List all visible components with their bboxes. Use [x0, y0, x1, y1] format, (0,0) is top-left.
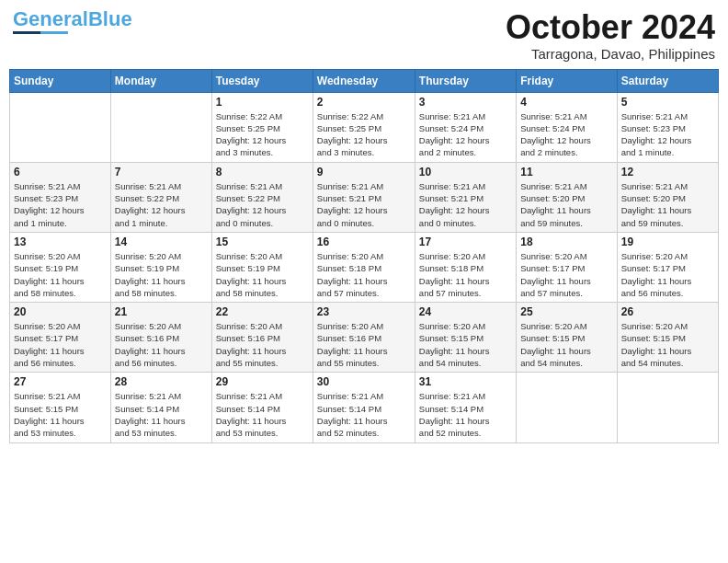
day-number: 23 — [317, 305, 411, 318]
calendar-cell: 7Sunrise: 5:21 AM Sunset: 5:22 PM Daylig… — [110, 162, 211, 232]
cell-info: Sunrise: 5:20 AM Sunset: 5:19 PM Dayligh… — [115, 250, 208, 299]
cell-info: Sunrise: 5:20 AM Sunset: 5:15 PM Dayligh… — [520, 320, 612, 369]
cell-info: Sunrise: 5:21 AM Sunset: 5:23 PM Dayligh… — [14, 180, 107, 229]
calendar-cell: 15Sunrise: 5:20 AM Sunset: 5:19 PM Dayli… — [211, 232, 313, 302]
day-number: 13 — [14, 236, 107, 248]
cell-info: Sunrise: 5:21 AM Sunset: 5:21 PM Dayligh… — [419, 180, 512, 229]
day-number: 6 — [14, 166, 107, 178]
calendar-cell: 16Sunrise: 5:20 AM Sunset: 5:18 PM Dayli… — [313, 232, 415, 302]
cell-info: Sunrise: 5:21 AM Sunset: 5:14 PM Dayligh… — [317, 390, 411, 439]
calendar-cell: 4Sunrise: 5:21 AM Sunset: 5:24 PM Daylig… — [517, 92, 617, 162]
calendar-cell: 23Sunrise: 5:20 AM Sunset: 5:16 PM Dayli… — [313, 303, 415, 373]
logo-underline — [13, 31, 68, 34]
calendar-header-friday: Friday — [517, 69, 617, 92]
day-number: 29 — [216, 375, 309, 388]
calendar-cell: 9Sunrise: 5:21 AM Sunset: 5:21 PM Daylig… — [313, 162, 415, 232]
day-number: 18 — [520, 236, 612, 248]
calendar-cell — [110, 92, 211, 162]
calendar-week-row: 13Sunrise: 5:20 AM Sunset: 5:19 PM Dayli… — [10, 232, 719, 302]
day-number: 12 — [621, 166, 714, 178]
day-number: 19 — [621, 236, 714, 248]
cell-info: Sunrise: 5:21 AM Sunset: 5:22 PM Dayligh… — [216, 180, 309, 229]
calendar-cell: 24Sunrise: 5:20 AM Sunset: 5:15 PM Dayli… — [415, 303, 516, 373]
calendar-header-row: SundayMondayTuesdayWednesdayThursdayFrid… — [10, 69, 719, 92]
day-number: 10 — [419, 166, 512, 178]
calendar-week-row: 27Sunrise: 5:21 AM Sunset: 5:15 PM Dayli… — [10, 373, 719, 442]
day-number: 31 — [419, 375, 512, 388]
calendar-cell: 6Sunrise: 5:21 AM Sunset: 5:23 PM Daylig… — [10, 162, 111, 232]
cell-info: Sunrise: 5:20 AM Sunset: 5:15 PM Dayligh… — [621, 320, 714, 369]
calendar-cell: 1Sunrise: 5:22 AM Sunset: 5:25 PM Daylig… — [211, 92, 313, 162]
day-number: 4 — [520, 96, 612, 109]
cell-info: Sunrise: 5:21 AM Sunset: 5:15 PM Dayligh… — [14, 390, 107, 439]
calendar-cell: 30Sunrise: 5:21 AM Sunset: 5:14 PM Dayli… — [313, 373, 415, 442]
calendar-cell: 13Sunrise: 5:20 AM Sunset: 5:19 PM Dayli… — [10, 232, 111, 302]
calendar-week-row: 20Sunrise: 5:20 AM Sunset: 5:17 PM Dayli… — [10, 303, 719, 373]
calendar-cell: 2Sunrise: 5:22 AM Sunset: 5:25 PM Daylig… — [313, 92, 415, 162]
calendar-cell: 10Sunrise: 5:21 AM Sunset: 5:21 PM Dayli… — [415, 162, 516, 232]
day-number: 26 — [621, 305, 714, 318]
location: Tarragona, Davao, Philippines — [506, 46, 715, 62]
day-number: 24 — [419, 305, 512, 318]
calendar-header-saturday: Saturday — [617, 69, 718, 92]
cell-info: Sunrise: 5:20 AM Sunset: 5:17 PM Dayligh… — [621, 250, 714, 299]
calendar-cell: 19Sunrise: 5:20 AM Sunset: 5:17 PM Dayli… — [617, 232, 718, 302]
day-number: 3 — [419, 96, 512, 109]
cell-info: Sunrise: 5:22 AM Sunset: 5:25 PM Dayligh… — [216, 110, 309, 159]
calendar-table: SundayMondayTuesdayWednesdayThursdayFrid… — [9, 69, 719, 443]
cell-info: Sunrise: 5:21 AM Sunset: 5:24 PM Dayligh… — [520, 110, 612, 159]
month-title: October 2024 — [506, 9, 715, 46]
cell-info: Sunrise: 5:20 AM Sunset: 5:16 PM Dayligh… — [216, 320, 309, 369]
calendar-cell: 20Sunrise: 5:20 AM Sunset: 5:17 PM Dayli… — [10, 303, 111, 373]
day-number: 9 — [317, 166, 411, 178]
day-number: 5 — [621, 96, 714, 109]
calendar-cell: 11Sunrise: 5:21 AM Sunset: 5:20 PM Dayli… — [517, 162, 617, 232]
logo-part2: Blue — [88, 7, 132, 30]
calendar-cell: 31Sunrise: 5:21 AM Sunset: 5:14 PM Dayli… — [415, 373, 516, 442]
logo: GeneralBlue — [13, 9, 132, 34]
cell-info: Sunrise: 5:20 AM Sunset: 5:18 PM Dayligh… — [419, 250, 512, 299]
calendar-cell: 5Sunrise: 5:21 AM Sunset: 5:23 PM Daylig… — [617, 92, 718, 162]
calendar-cell: 12Sunrise: 5:21 AM Sunset: 5:20 PM Dayli… — [617, 162, 718, 232]
day-number: 22 — [216, 305, 309, 318]
day-number: 16 — [317, 236, 411, 248]
cell-info: Sunrise: 5:21 AM Sunset: 5:21 PM Dayligh… — [317, 180, 411, 229]
cell-info: Sunrise: 5:20 AM Sunset: 5:17 PM Dayligh… — [14, 320, 107, 369]
day-number: 30 — [317, 375, 411, 388]
calendar-week-row: 1Sunrise: 5:22 AM Sunset: 5:25 PM Daylig… — [10, 92, 719, 162]
day-number: 8 — [216, 166, 309, 178]
calendar-header-wednesday: Wednesday — [313, 69, 415, 92]
calendar-cell: 28Sunrise: 5:21 AM Sunset: 5:14 PM Dayli… — [110, 373, 211, 442]
cell-info: Sunrise: 5:20 AM Sunset: 5:17 PM Dayligh… — [520, 250, 612, 299]
cell-info: Sunrise: 5:21 AM Sunset: 5:22 PM Dayligh… — [115, 180, 208, 229]
cell-info: Sunrise: 5:20 AM Sunset: 5:19 PM Dayligh… — [216, 250, 309, 299]
cell-info: Sunrise: 5:21 AM Sunset: 5:14 PM Dayligh… — [419, 390, 512, 439]
cell-info: Sunrise: 5:20 AM Sunset: 5:19 PM Dayligh… — [14, 250, 107, 299]
cell-info: Sunrise: 5:20 AM Sunset: 5:16 PM Dayligh… — [317, 320, 411, 369]
page-header: GeneralBlue October 2024 Tarragona, Dava… — [9, 9, 719, 62]
day-number: 20 — [14, 305, 107, 318]
day-number: 2 — [317, 96, 411, 109]
calendar-cell: 27Sunrise: 5:21 AM Sunset: 5:15 PM Dayli… — [10, 373, 111, 442]
cell-info: Sunrise: 5:20 AM Sunset: 5:18 PM Dayligh… — [317, 250, 411, 299]
cell-info: Sunrise: 5:21 AM Sunset: 5:14 PM Dayligh… — [216, 390, 309, 439]
calendar-cell — [617, 373, 718, 442]
day-number: 17 — [419, 236, 512, 248]
day-number: 7 — [115, 166, 208, 178]
logo-part1: General — [13, 7, 88, 30]
calendar-cell: 29Sunrise: 5:21 AM Sunset: 5:14 PM Dayli… — [211, 373, 313, 442]
day-number: 25 — [520, 305, 612, 318]
calendar-cell: 3Sunrise: 5:21 AM Sunset: 5:24 PM Daylig… — [415, 92, 516, 162]
day-number: 28 — [115, 375, 208, 388]
title-block: October 2024 Tarragona, Davao, Philippin… — [506, 9, 715, 62]
cell-info: Sunrise: 5:21 AM Sunset: 5:20 PM Dayligh… — [520, 180, 612, 229]
calendar-header-tuesday: Tuesday — [211, 69, 313, 92]
day-number: 14 — [115, 236, 208, 248]
calendar-header-sunday: Sunday — [10, 69, 111, 92]
cell-info: Sunrise: 5:21 AM Sunset: 5:23 PM Dayligh… — [621, 110, 714, 159]
calendar-cell — [517, 373, 617, 442]
calendar-cell: 25Sunrise: 5:20 AM Sunset: 5:15 PM Dayli… — [517, 303, 617, 373]
calendar-cell: 14Sunrise: 5:20 AM Sunset: 5:19 PM Dayli… — [110, 232, 211, 302]
calendar-cell: 21Sunrise: 5:20 AM Sunset: 5:16 PM Dayli… — [110, 303, 211, 373]
cell-info: Sunrise: 5:22 AM Sunset: 5:25 PM Dayligh… — [317, 110, 411, 159]
